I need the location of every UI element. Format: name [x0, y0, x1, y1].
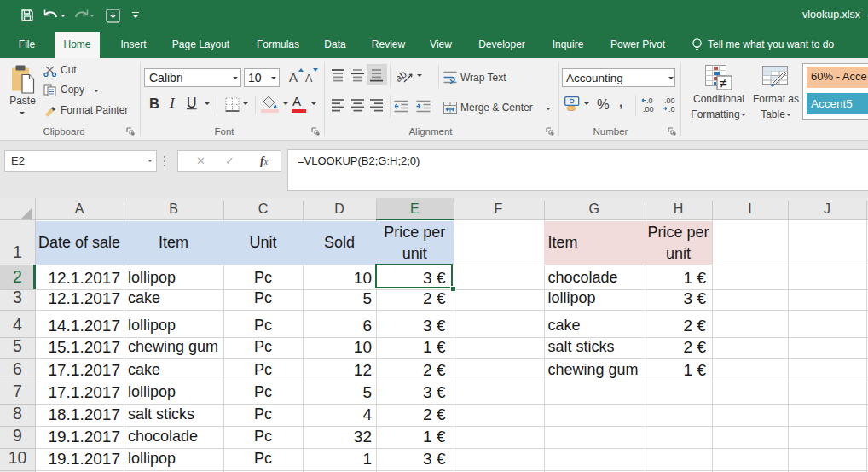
svg-text:.0: .0 [646, 96, 653, 105]
svg-text:.0: .0 [668, 105, 675, 114]
svg-text:≠: ≠ [720, 76, 727, 90]
svg-text:.00: .00 [643, 105, 654, 114]
svg-text:.00: .00 [664, 96, 675, 105]
svg-text:ab: ab [397, 68, 409, 84]
